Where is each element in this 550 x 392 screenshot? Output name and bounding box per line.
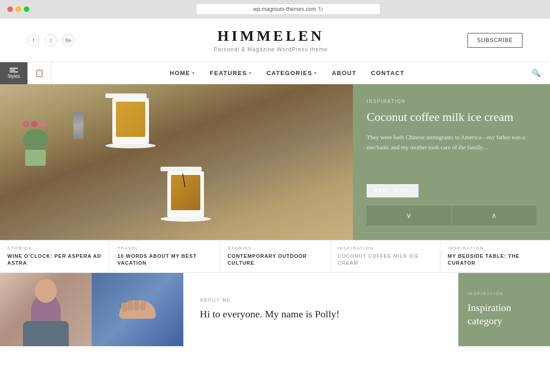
- nav-home-arrow: ▾: [192, 71, 195, 76]
- url-text: wp.magnium-themes.com: [253, 6, 316, 12]
- nav-contact-label: CONTACT: [371, 70, 405, 76]
- strip-category-3: STORIES: [227, 246, 322, 250]
- hero-image: [0, 84, 353, 240]
- hero-nav-arrows: ∨ ∧: [367, 205, 536, 225]
- nav-categories[interactable]: CATEGORIES ▾: [266, 70, 317, 76]
- nav-about[interactable]: ABOUT: [332, 70, 357, 76]
- nav-about-label: ABOUT: [332, 70, 357, 76]
- nav-links: HOME ▾ FEATURES ▾ CATEGORIES ▾ ABOUT CON…: [52, 70, 522, 76]
- hero-category: INSPIRATION: [367, 99, 536, 104]
- salt-shaker: [73, 112, 83, 139]
- fullscreen-button[interactable]: [24, 6, 29, 12]
- coffee-cup-top: [105, 93, 156, 148]
- styles-line-2: [10, 70, 15, 71]
- styles-panel[interactable]: Styles: [0, 62, 28, 84]
- strip-item-1[interactable]: STORIES WINE O'CLOCK: PER ASPERA AD ASTR…: [0, 240, 110, 272]
- site-nav: Styles 📋 HOME ▾ FEATURES ▾ CATEGORIES ▾ …: [0, 62, 550, 84]
- facebook-label: f: [33, 38, 34, 43]
- nav-home-label: HOME: [170, 70, 190, 76]
- nav-features[interactable]: FEATURES ▾: [210, 70, 252, 76]
- styles-line-3: [10, 71, 18, 72]
- bottom-photo-hands: [92, 273, 183, 346]
- hamburger-icon: 📋: [35, 69, 44, 77]
- styles-label: Styles: [7, 74, 20, 79]
- strip-category-4: INSPIRATION: [338, 246, 433, 250]
- bottom-photo-person: [0, 273, 92, 346]
- facebook-icon[interactable]: f: [28, 34, 39, 46]
- nav-features-label: FEATURES: [210, 70, 247, 76]
- strip-category-5: INSPIRATION: [448, 246, 543, 250]
- strip-title-4: COCONUT COFFEE MILK ICE CREAM: [338, 253, 433, 267]
- read-more-button[interactable]: READ MORE: [367, 184, 418, 197]
- nav-categories-label: CATEGORIES: [266, 70, 312, 76]
- strip-item-4[interactable]: INSPIRATION COCONUT COFFEE MILK ICE CREA…: [330, 240, 440, 272]
- refresh-icon[interactable]: ↻: [318, 5, 324, 13]
- behance-icon[interactable]: Be: [62, 34, 74, 46]
- bottom-inspiration[interactable]: INSPIRATION Inspiration category: [458, 273, 550, 346]
- hero-section: INSPIRATION Coconut coffee milk ice crea…: [0, 84, 550, 240]
- coffee-cup-bottom: [160, 167, 211, 222]
- bottom-about: ABOUT ME Hi to everyone. My name is Poll…: [183, 273, 458, 346]
- about-label: ABOUT ME: [200, 298, 442, 303]
- nav-features-arrow: ▾: [249, 71, 252, 76]
- hero-excerpt: They were both Chinese immigrants to Ame…: [367, 132, 536, 177]
- strip-title-1: WINE O'CLOCK: PER ASPERA AD ASTRA: [7, 253, 102, 267]
- hero-sidebar: INSPIRATION Coconut coffee milk ice crea…: [353, 84, 550, 240]
- site-tagline: Personal & Magazine WordPress theme: [214, 46, 328, 53]
- twitter-label: t: [50, 38, 51, 43]
- inspiration-category: INSPIRATION: [468, 291, 541, 296]
- bottom-strip: STORIES WINE O'CLOCK: PER ASPERA AD ASTR…: [0, 240, 550, 273]
- about-text[interactable]: Hi to everyone. My name is Polly!: [200, 307, 442, 321]
- site-header: f t Be HIMMELEN Personal & Magazine Word…: [0, 18, 550, 62]
- nav-contact[interactable]: CONTACT: [371, 70, 405, 76]
- inspiration-title: Inspiration category: [468, 301, 541, 327]
- twitter-icon[interactable]: t: [45, 34, 57, 46]
- minimize-button[interactable]: [16, 6, 21, 12]
- bottom-section: ABOUT ME Hi to everyone. My name is Poll…: [0, 273, 550, 346]
- strip-item-5[interactable]: INSPIRATION MY BEDSIDE TABLE: THE CURATO…: [440, 240, 550, 272]
- strip-item-3[interactable]: STORIES CONTEMPORARY OUTDOOR CULTURE: [220, 240, 330, 272]
- site-branding: HIMMELEN Personal & Magazine WordPress t…: [214, 27, 328, 53]
- hero-next-button[interactable]: ∧: [452, 205, 537, 225]
- traffic-lights: [7, 6, 29, 12]
- close-button[interactable]: [7, 6, 13, 12]
- strip-title-5: MY BEDSIDE TABLE: THE CURATOR: [448, 253, 543, 267]
- subscribe-button[interactable]: SUBSCRIBE: [468, 33, 522, 48]
- strip-item-2[interactable]: TRAVEL 10 WORDS ABOUT MY BEST VACATION: [110, 240, 220, 272]
- styles-line-1: [10, 68, 18, 69]
- site-wrapper: f t Be HIMMELEN Personal & Magazine Word…: [0, 18, 550, 392]
- site-title[interactable]: HIMMELEN: [214, 27, 328, 44]
- browser-chrome: wp.magnium-themes.com ↻: [0, 0, 550, 18]
- flower-decoration: [23, 121, 48, 166]
- nav-home[interactable]: HOME ▾: [170, 70, 195, 76]
- strip-category-2: TRAVEL: [117, 246, 212, 250]
- strip-title-2: 10 WORDS ABOUT MY BEST VACATION: [117, 253, 212, 267]
- search-icon[interactable]: 🔍: [522, 69, 550, 77]
- nav-menu-icon[interactable]: 📋: [28, 62, 52, 84]
- address-bar[interactable]: wp.magnium-themes.com ↻: [197, 4, 380, 14]
- hero-title[interactable]: Coconut coffee milk ice cream: [367, 109, 536, 125]
- social-icons: f t Be: [28, 34, 74, 46]
- styles-icon: [10, 68, 18, 72]
- strip-category-1: STORIES: [7, 246, 102, 250]
- nav-categories-arrow: ▾: [314, 71, 317, 76]
- hero-prev-button[interactable]: ∨: [367, 205, 452, 225]
- behance-label: Be: [65, 38, 71, 43]
- strip-title-3: CONTEMPORARY OUTDOOR CULTURE: [227, 253, 322, 267]
